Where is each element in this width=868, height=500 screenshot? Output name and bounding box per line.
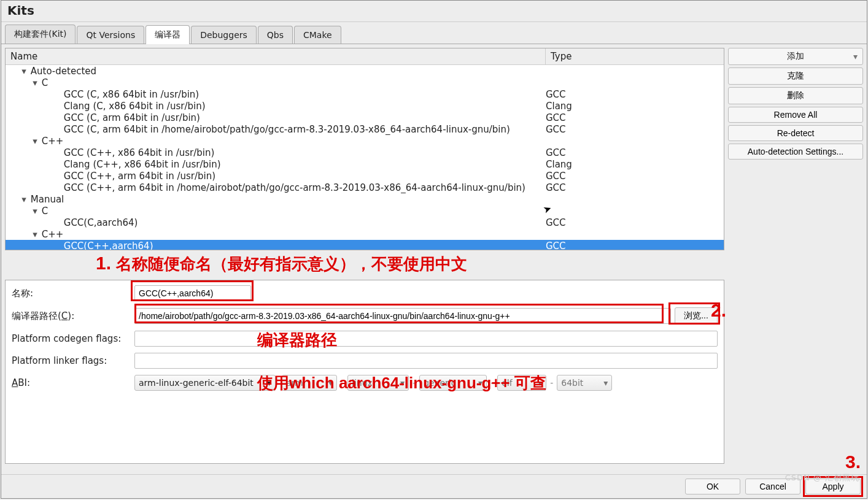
cancel-button[interactable]: Cancel — [745, 479, 800, 494]
remove-all-button[interactable]: Remove All — [728, 107, 863, 123]
input-linker[interactable] — [134, 353, 718, 369]
combo-abi-width[interactable]: 64bit▾ — [557, 375, 612, 391]
label-linker: Platform linker flags: — [12, 355, 134, 366]
combo-abi[interactable]: arm-linux-generic-elf-64bit▾ — [134, 375, 276, 391]
compiler-tree[interactable]: Name Type ➤ ▾ Auto-detected▾ C GCC (C, x… — [5, 48, 724, 250]
tree-row-type: Clang — [546, 159, 724, 170]
tree-row-type: GCC — [546, 182, 724, 193]
tree-row-type: GCC — [546, 147, 724, 158]
th-name[interactable]: Name — [6, 48, 546, 64]
tree-row[interactable]: ▾ Manual — [6, 193, 724, 205]
tree-row-label: GCC (C++, arm 64bit in /usr/bin) — [61, 171, 215, 182]
tree-row[interactable]: GCC (C, arm 64bit in /home/airobot/path/… — [6, 123, 724, 135]
tree-row[interactable]: ▾ C++ — [6, 228, 724, 240]
tree-row[interactable]: GCC (C++, arm 64bit in /home/airobot/pat… — [6, 182, 724, 193]
twisty-icon[interactable]: ▾ — [20, 194, 28, 205]
label-abi: ABI: — [12, 377, 134, 388]
tree-row[interactable]: Clang (C++, x86 64bit in /usr/bin)Clang — [6, 158, 724, 170]
tree-row-type: GCC — [546, 112, 724, 123]
twisty-icon[interactable]: ▾ — [20, 66, 28, 77]
label-name: 名称: — [12, 288, 134, 299]
th-type[interactable]: Type — [546, 48, 724, 64]
tree-row-label: GCC (C, arm 64bit in /home/airobot/path/… — [61, 124, 510, 135]
input-codegen[interactable] — [134, 331, 718, 347]
tree-row-label: GCC(C,aarch64) — [61, 217, 138, 228]
twisty-icon[interactable]: ▾ — [31, 206, 39, 217]
tree-row-label: Clang (C, x86 64bit in /usr/bin) — [61, 101, 206, 112]
combo-abi-format[interactable]: elf▾ — [497, 375, 546, 391]
tree-row[interactable]: ▾ Auto-detected — [6, 65, 724, 77]
tree-row[interactable]: ▾ C — [6, 205, 724, 217]
tree-row-label: GCC (C, x86 64bit in /usr/bin) — [61, 89, 199, 100]
tree-row[interactable]: Clang (C, x86 64bit in /usr/bin)Clang — [6, 100, 724, 112]
tree-row-label: C — [39, 77, 48, 88]
tab-qtversions[interactable]: Qt Versions — [77, 26, 144, 44]
tree-row-type: GCC — [546, 89, 724, 100]
tree-row-label: Auto-detected — [28, 66, 96, 77]
tree-row-label: C — [39, 206, 48, 217]
ok-button[interactable]: OK — [685, 479, 740, 494]
tree-row[interactable]: GCC(C,aarch64)GCC — [6, 217, 724, 228]
chevron-down-icon: ▾ — [267, 378, 271, 388]
combo-abi-flavor[interactable]: generic▾ — [419, 375, 487, 391]
delete-button[interactable]: 删除 — [728, 87, 863, 104]
combo-abi-arch[interactable]: arm▾ — [282, 375, 337, 391]
add-button[interactable]: 添加 ▾ — [728, 48, 863, 65]
twisty-icon[interactable]: ▾ — [31, 229, 39, 240]
label-path: 编译器路径(C): — [12, 310, 134, 322]
tab-compilers[interactable]: 编译器 — [145, 25, 190, 44]
tree-row[interactable]: ▾ C — [6, 77, 724, 88]
tree-row-type: GCC — [546, 124, 724, 135]
clone-button[interactable]: 克隆 — [728, 67, 863, 85]
tree-row-label: C++ — [39, 229, 63, 240]
tree-row[interactable]: GCC (C++, arm 64bit in /usr/bin)GCC — [6, 170, 724, 182]
tree-row-type: Clang — [546, 101, 724, 112]
tree-row-label: Manual — [28, 194, 64, 205]
input-name[interactable] — [134, 285, 251, 301]
tree-row-label: GCC (C++, x86 64bit in /usr/bin) — [61, 147, 214, 158]
tree-row[interactable]: GCC (C, x86 64bit in /usr/bin)GCC — [6, 88, 724, 100]
twisty-icon[interactable]: ▾ — [31, 77, 39, 88]
tree-row-label: GCC (C, arm 64bit in /usr/bin) — [61, 112, 200, 123]
tab-kit[interactable]: 构建套件(Kit) — [5, 25, 76, 44]
tab-debuggers[interactable]: Debuggers — [191, 26, 257, 44]
tab-cmake[interactable]: CMake — [294, 26, 341, 44]
tabs: 构建套件(Kit) Qt Versions 编译器 Debuggers Qbs … — [1, 22, 867, 44]
tree-row-type: GCC — [546, 171, 724, 182]
tree-row[interactable]: GCC (C, arm 64bit in /usr/bin)GCC — [6, 112, 724, 123]
input-path[interactable] — [134, 308, 671, 324]
tree-row-label: GCC(C++,aarch64) — [61, 240, 153, 250]
tree-row-label: C++ — [39, 136, 63, 147]
window-title: Kits — [1, 1, 867, 22]
annotation-1: 1.名称随便命名（最好有指示意义），不要使用中文 — [96, 253, 467, 275]
tree-row-label: Clang (C++, x86 64bit in /usr/bin) — [61, 159, 221, 170]
redetect-button[interactable]: Re-detect — [728, 125, 863, 141]
tree-row[interactable]: GCC(C++,aarch64)GCC — [6, 240, 724, 250]
twisty-icon[interactable]: ▾ — [31, 136, 39, 147]
combo-abi-os[interactable]: linux▾ — [347, 375, 409, 391]
tree-row[interactable]: ▾ C++ — [6, 135, 724, 147]
apply-button[interactable]: Apply — [805, 479, 861, 494]
label-codegen: Platform codegen flags: — [12, 333, 134, 344]
tab-qbs[interactable]: Qbs — [258, 26, 293, 44]
tree-row-type: GCC — [546, 240, 724, 250]
tree-row-label: GCC (C++, arm 64bit in /home/airobot/pat… — [61, 182, 525, 193]
tree-row-type: GCC — [546, 217, 724, 228]
tree-row[interactable]: GCC (C++, x86 64bit in /usr/bin)GCC — [6, 147, 724, 158]
chevron-down-icon: ▾ — [853, 52, 858, 61]
compiler-detail-panel: 名称: 编译器路径(C): 浏览... Platfo — [5, 280, 724, 464]
auto-detect-settings-button[interactable]: Auto-detection Settings... — [728, 144, 863, 160]
browse-button[interactable]: 浏览... — [675, 307, 718, 325]
